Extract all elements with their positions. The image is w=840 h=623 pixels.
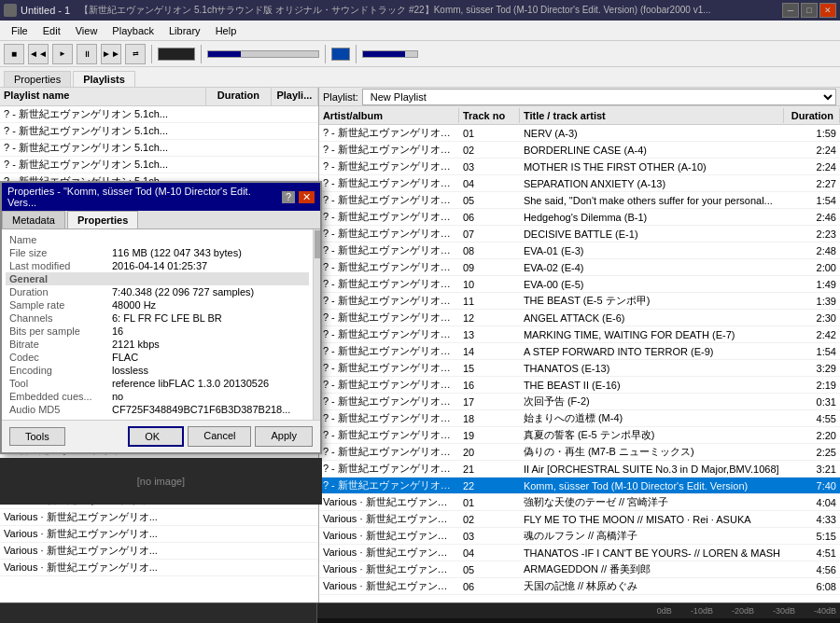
spectrum-labels-top: 0dB -10dB -20dB -30dB -40dB bbox=[317, 603, 840, 618]
db-label-30: -30dB bbox=[773, 606, 795, 616]
track-list-item[interactable]: ? - 新世紀エヴァンゲリオン 5.1ch... 01 NERV (A-3) 1… bbox=[319, 125, 840, 142]
playlist-label-text: Playlist: bbox=[323, 91, 358, 103]
track-list-item[interactable]: ? - 新世紀エヴァンゲリオン 5.1ch... 05 She said, "D… bbox=[319, 192, 840, 209]
playlist-list-item[interactable]: ? - 新世紀エヴァンゲリオン 5.1ch... bbox=[0, 140, 318, 157]
track-list-item[interactable]: ? - 新世紀エヴァンゲリオン 5.1ch... 07 DECISIVE BAT… bbox=[319, 226, 840, 242]
track-list-item[interactable]: ? - 新世紀エヴァンゲリオン 5.1ch... 03 MOTHER IS TH… bbox=[319, 159, 840, 175]
next-btn[interactable]: ►► bbox=[101, 44, 121, 64]
dialog-tab-metadata[interactable]: Metadata bbox=[2, 211, 65, 228]
dialog-title-bar: Properties - "Komm, süsser Tod (M-10 Dir… bbox=[2, 183, 320, 211]
track-list-item[interactable]: ? - 新世紀エヴァンゲリオン 5.1ch... 06 Hedgehog's D… bbox=[319, 209, 840, 226]
playlist-list-item[interactable]: Various · 新世紀エヴァンゲリオ... bbox=[0, 509, 318, 526]
col-title: Title / track artist bbox=[520, 108, 784, 123]
seek-bar[interactable] bbox=[207, 50, 319, 58]
prop-value: lossless bbox=[108, 364, 309, 377]
tab-properties[interactable]: Properties bbox=[4, 71, 71, 87]
track-list-item[interactable]: ? - 新世紀エヴァンゲリオン 5.1ch... 17 次回予告 (F-2) 0… bbox=[319, 394, 840, 410]
track-list-item[interactable]: ? - 新世紀エヴァンゲリオン 5.1ch... 04 SEPARATION A… bbox=[319, 175, 840, 192]
prop-name: Bitrate bbox=[6, 338, 108, 351]
tools-btn[interactable]: Tools bbox=[9, 427, 65, 446]
tr-trackno: 01 bbox=[459, 497, 520, 508]
tr-duration: 1:59 bbox=[784, 128, 840, 139]
menu-file[interactable]: File bbox=[4, 23, 35, 38]
track-list-item[interactable]: Various · 新世紀エヴァンゲリオ... 01 強靭な天使のテーゼ // … bbox=[319, 494, 840, 511]
menu-library[interactable]: Library bbox=[161, 23, 208, 38]
tr-duration: 1:54 bbox=[784, 195, 840, 206]
track-list-item[interactable]: ? - 新世紀エヴァンゲリオン 5.1ch... 12 ANGEL ATTACK… bbox=[319, 310, 840, 326]
tr-title: EVA-01 (E-3) bbox=[520, 245, 784, 256]
tr-duration: 0:31 bbox=[784, 396, 840, 408]
prop-name: Tool bbox=[6, 377, 108, 390]
track-list-item[interactable]: Various · 新世紀エヴァンゲリオ... 04 THANATOS -IF … bbox=[319, 545, 840, 561]
track-list-item[interactable]: ? - 新世紀エヴァンゲリオン 5.1ch... 10 EVA-00 (E-5)… bbox=[319, 276, 840, 293]
track-list-item[interactable]: ? - 新世紀エヴァンゲリオン 5.1ch... 11 THE BEAST (E… bbox=[319, 293, 840, 310]
track-list-item[interactable]: ? - 新世紀エヴァンゲリオン 5.1ch... 21 II Air [ORCH… bbox=[319, 461, 840, 478]
title-bar-left: Untitled - 1 【新世紀エヴァンゲリオン 5.1chサラウンド版 オリ… bbox=[4, 4, 711, 17]
track-items: ? - 新世紀エヴァンゲリオン 5.1ch... 01 NERV (A-3) 1… bbox=[319, 125, 840, 602]
dialog-help-btn[interactable]: ? bbox=[282, 191, 295, 203]
playlist-list-item[interactable]: Various · 新世紀エヴァンゲリオ... bbox=[0, 526, 318, 543]
rand-btn[interactable]: ⇄ bbox=[125, 44, 146, 64]
volume-bar[interactable] bbox=[362, 50, 418, 58]
playlist-list-item[interactable]: Various · 新世紀エヴァンゲリオ... bbox=[0, 543, 318, 560]
track-list-item[interactable]: Various · 新世紀エヴァンゲリオ... 05 ARMAGEDDON //… bbox=[319, 561, 840, 578]
dialog-scrollbar-thumb[interactable] bbox=[315, 230, 320, 258]
track-list-item[interactable]: ? - 新世紀エヴァンゲリオン 5.1ch... 16 THE BEAST II… bbox=[319, 377, 840, 394]
tabs-area: Properties Playlists bbox=[0, 67, 840, 88]
track-list-item[interactable]: ? - 新世紀エヴァンゲリオン 5.1ch... 08 EVA-01 (E-3)… bbox=[319, 242, 840, 259]
menu-playback[interactable]: Playback bbox=[105, 23, 161, 38]
playlist-dropdown[interactable]: New Playlist bbox=[362, 89, 836, 105]
main-title: 【新世紀エヴァンゲリオン 5.1chサラウンド版 オリジナル・サウンドトラック … bbox=[79, 4, 710, 17]
pause-btn[interactable]: ⏸ bbox=[77, 44, 97, 64]
minimize-btn[interactable]: ─ bbox=[782, 3, 799, 18]
playlist-list-item[interactable]: Various · 新世紀エヴァンゲリオ... bbox=[0, 560, 318, 576]
apply-btn[interactable]: Apply bbox=[255, 426, 313, 447]
track-list-item[interactable]: ? - 新世紀エヴァンゲリオン 5.1ch... 18 始まりへの道標 (M-4… bbox=[319, 410, 840, 427]
track-list-item[interactable]: ? - 新世紀エヴァンゲリオン 5.1ch... 19 真夏の誓客 (E-5 テ… bbox=[319, 427, 840, 444]
track-list-item[interactable]: ? - 新世紀エヴァンゲリオン 5.1ch... 22 Komm, süsser… bbox=[319, 478, 840, 494]
play-btn[interactable]: ► bbox=[52, 44, 73, 64]
tr-duration: 2:23 bbox=[784, 228, 840, 240]
track-list-item[interactable]: ? - 新世紀エヴァンゲリオン 5.1ch... 13 MARKING TIME… bbox=[319, 326, 840, 343]
tr-title: Komm, süsser Tod (M-10 Director's Edit. … bbox=[520, 480, 784, 491]
dialog-scrollbar[interactable] bbox=[313, 229, 320, 420]
maximize-btn[interactable]: □ bbox=[801, 3, 818, 18]
playlist-list-item[interactable]: ? - 新世紀エヴァンゲリオン 5.1ch... bbox=[0, 106, 318, 123]
stop-btn[interactable]: ■ bbox=[4, 44, 24, 64]
col-duration: Duration bbox=[206, 88, 272, 105]
dialog-tab-properties[interactable]: Properties bbox=[67, 211, 138, 228]
track-list-item[interactable]: ? - 新世紀エヴァンゲリオン 5.1ch... 20 偽りの・再生 (M7-B… bbox=[319, 444, 840, 461]
close-btn[interactable]: ✕ bbox=[819, 3, 836, 18]
playlist-list-item[interactable]: ? - 新世紀エヴァンゲリオン 5.1ch... bbox=[0, 123, 318, 140]
dialog-close-btn[interactable]: ✕ bbox=[299, 191, 315, 203]
menu-help[interactable]: Help bbox=[208, 23, 245, 38]
tr-artist: Various · 新世紀エヴァンゲリオ... bbox=[319, 512, 459, 526]
prop-name: Embedded cues... bbox=[6, 390, 108, 403]
track-list-item[interactable]: ? - 新世紀エヴァンゲリオン 5.1ch... 02 BORDERLINE C… bbox=[319, 142, 840, 159]
prop-value: FLAC bbox=[108, 351, 309, 364]
tr-artist: ? - 新世紀エヴァンゲリオン 5.1ch... bbox=[319, 344, 459, 358]
ok-btn[interactable]: OK bbox=[128, 426, 184, 447]
tr-title: DECISIVE BATTLE (E-1) bbox=[520, 228, 784, 240]
track-list-item[interactable]: Various · 新世紀エヴァンゲリオ... 06 天国の記憶 // 林原めぐ… bbox=[319, 578, 840, 595]
menu-edit[interactable]: Edit bbox=[35, 23, 68, 38]
tab-playlists[interactable]: Playlists bbox=[73, 71, 135, 87]
prev-btn[interactable]: ◄◄ bbox=[28, 44, 49, 64]
menu-view[interactable]: View bbox=[68, 23, 105, 38]
track-list-item[interactable]: ? - 新世紀エヴァンゲリオン 5.1ch... 14 A STEP FORWA… bbox=[319, 343, 840, 360]
tr-artist: Various · 新世紀エヴァンゲリオ... bbox=[319, 562, 459, 576]
tr-duration: 5:15 bbox=[784, 531, 840, 542]
cancel-btn[interactable]: Cancel bbox=[188, 426, 251, 447]
main-area: Playlist name Duration Playli... ? - 新世紀… bbox=[0, 88, 840, 602]
left-title: Untitled - 1 bbox=[21, 5, 70, 16]
tr-artist: ? - 新世紀エヴァンゲリオン 5.1ch... bbox=[319, 143, 459, 157]
track-list-item[interactable]: Various · 新世紀エヴァンゲリオ... 02 FLY ME TO THE… bbox=[319, 511, 840, 528]
playlist-list-item[interactable]: ? - 新世紀エヴァンゲリオン 5.1ch... bbox=[0, 157, 318, 173]
tr-title: 天国の記憶 // 林原めぐみ bbox=[520, 579, 784, 593]
track-list-item[interactable]: Various · 新世紀エヴァンゲリオ... 03 魂のルフラン // 高橋洋… bbox=[319, 528, 840, 545]
track-list-item[interactable]: ? - 新世紀エヴァンゲリオン 5.1ch... 15 THANATOS (E-… bbox=[319, 360, 840, 377]
tr-trackno: 12 bbox=[459, 312, 520, 324]
track-list-item[interactable]: ? - 新世紀エヴァンゲリオン 5.1ch... 09 EVA-02 (E-4)… bbox=[319, 259, 840, 276]
menu-bar: File Edit View Playback Library Help bbox=[0, 21, 840, 41]
separator1 bbox=[151, 45, 152, 63]
